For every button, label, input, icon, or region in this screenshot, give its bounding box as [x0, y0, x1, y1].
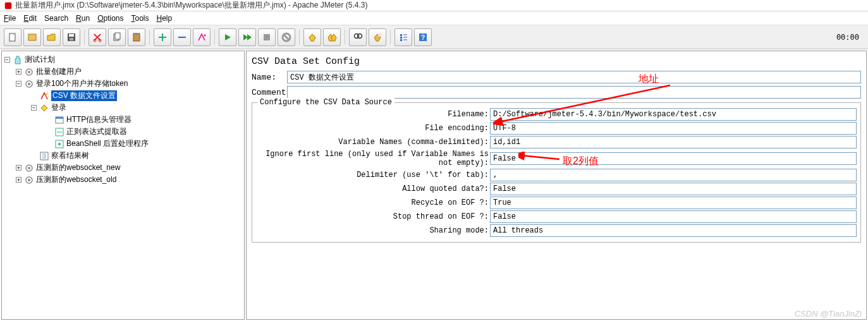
help-button[interactable]: ? [414, 28, 432, 46]
svg-point-26 [28, 83, 30, 85]
svg-rect-5 [70, 38, 73, 40]
threadgroup-icon [24, 175, 34, 185]
tree-node-regex[interactable]: 正则表达式提取器 [66, 126, 127, 137]
menu-file[interactable]: File [4, 14, 16, 23]
tree-toggle-icon[interactable]: + [16, 69, 21, 75]
varnames-input[interactable] [490, 136, 857, 148]
tree-node-ws-old[interactable]: 压测新的websocket_old [36, 174, 116, 185]
svg-point-34 [28, 167, 30, 169]
app-icon [4, 1, 13, 10]
paste-button[interactable] [128, 28, 145, 46]
recycle-select[interactable] [490, 197, 857, 209]
tree-node-beanshell[interactable]: BeanShell 后置处理程序 [66, 138, 149, 149]
stop-select[interactable] [490, 210, 857, 223]
header-manager-icon [54, 115, 64, 125]
tree-toggle-icon[interactable]: − [16, 81, 21, 87]
menu-options[interactable]: Options [97, 14, 123, 23]
fieldset-legend: Configure the CSV Data Source [257, 98, 394, 107]
sharing-label: Sharing mode: [256, 226, 490, 235]
comments-input[interactable] [287, 86, 861, 99]
testplan-icon [13, 55, 23, 65]
svg-rect-20 [400, 39, 402, 41]
menu-help[interactable]: Help [157, 14, 173, 23]
svg-rect-9 [115, 33, 120, 39]
tree-node-csv[interactable]: CSV 数据文件设置 [51, 90, 117, 101]
stop-label: Stop thread on EOF ?: [256, 212, 490, 221]
menu-tools[interactable]: Tools [131, 14, 149, 23]
templates-button[interactable] [23, 28, 41, 46]
function-helper-button[interactable] [394, 28, 412, 46]
reset-search-button[interactable] [369, 28, 386, 46]
ignore-first-select[interactable] [490, 152, 857, 165]
menu-search[interactable]: Search [44, 14, 68, 23]
start-notimers-button[interactable] [238, 28, 256, 46]
tree-node-root[interactable]: 测试计划 [25, 54, 55, 65]
clear-all-button[interactable] [323, 28, 341, 46]
threadgroup-icon [24, 79, 34, 89]
toggle-button[interactable] [193, 28, 211, 46]
expand-button[interactable] [154, 28, 171, 46]
tree-toggle-icon[interactable]: − [31, 105, 37, 111]
encoding-input[interactable] [490, 122, 857, 135]
save-button[interactable] [63, 28, 80, 46]
shutdown-button[interactable] [278, 28, 295, 46]
svg-point-36 [28, 179, 30, 181]
watermark: CSDN @TianJinZi [795, 309, 862, 318]
tree-node-header[interactable]: HTTP信息头管理器 [66, 114, 131, 125]
tree-toggle-icon[interactable]: + [16, 177, 21, 183]
cut-button[interactable] [89, 28, 106, 46]
threadgroup-icon [24, 163, 34, 173]
svg-rect-2 [28, 34, 36, 40]
regex-extractor-icon [54, 127, 64, 137]
config-panel: CSV Data Set Config Name: Comments: Conf… [246, 51, 867, 320]
encoding-label: File encoding: [256, 124, 490, 133]
varnames-label: Variable Names (comma-delimited): [256, 138, 490, 147]
menu-edit[interactable]: Edit [23, 14, 37, 23]
svg-rect-4 [69, 34, 74, 37]
quoted-select[interactable] [490, 183, 857, 195]
panel-title: CSV Data Set Config [252, 56, 861, 67]
svg-rect-11 [135, 33, 138, 35]
tree-toggle-icon[interactable]: − [4, 57, 10, 63]
name-label: Name: [252, 73, 287, 82]
tree-node-tg1[interactable]: 批量创建用户 [36, 66, 82, 77]
tree-node-results[interactable]: 察看结果树 [51, 150, 89, 161]
search-button[interactable] [349, 28, 367, 46]
stop-button[interactable] [258, 28, 276, 46]
csv-config-fieldset: Configure the CSV Data Source Filename: … [252, 102, 861, 243]
tree-node-tg2[interactable]: 登录100个用户并存储token [36, 78, 128, 89]
delimiter-input[interactable] [490, 169, 857, 181]
svg-rect-19 [400, 37, 402, 39]
menubar: File Edit Search Run Options Tools Help [0, 11, 868, 25]
open-button[interactable] [43, 28, 61, 46]
toolbar: ? 00:00 [0, 25, 868, 49]
filename-input[interactable] [490, 108, 857, 121]
quoted-label: Allow quoted data?: [256, 185, 490, 193]
test-plan-tree[interactable]: − 测试计划 + 批量创建用户 − 登录100个用户并存储token CSV 数… [1, 51, 245, 320]
window-title: 批量新增用户.jmx (D:\Software\jmeter-5.4.3\bin… [15, 0, 367, 11]
svg-text:?: ? [421, 33, 425, 41]
filename-label: Filename: [256, 110, 490, 119]
tree-node-login[interactable]: 登录 [51, 102, 66, 113]
tree-toggle-icon[interactable]: + [16, 165, 21, 171]
svg-rect-18 [400, 34, 402, 36]
copy-button[interactable] [108, 28, 126, 46]
new-button[interactable] [4, 28, 21, 46]
svg-point-16 [358, 33, 362, 38]
menu-run[interactable]: Run [76, 14, 90, 23]
svg-point-31 [58, 143, 61, 145]
svg-point-12 [204, 34, 206, 36]
sharing-select[interactable] [490, 224, 857, 237]
tree-node-ws-new[interactable]: 压测新的websocket_new [36, 162, 120, 173]
collapse-button[interactable] [173, 28, 191, 46]
start-button[interactable] [219, 28, 236, 46]
svg-point-24 [28, 71, 30, 73]
svg-rect-13 [264, 34, 270, 40]
csv-config-icon [39, 91, 49, 101]
clear-button[interactable] [303, 28, 321, 46]
svg-point-17 [378, 33, 382, 37]
name-input[interactable] [287, 71, 861, 83]
results-tree-icon [39, 151, 49, 161]
elapsed-time: 00:00 [836, 33, 859, 42]
ignore-label: Ignore first line (only used if Variable… [256, 150, 490, 167]
